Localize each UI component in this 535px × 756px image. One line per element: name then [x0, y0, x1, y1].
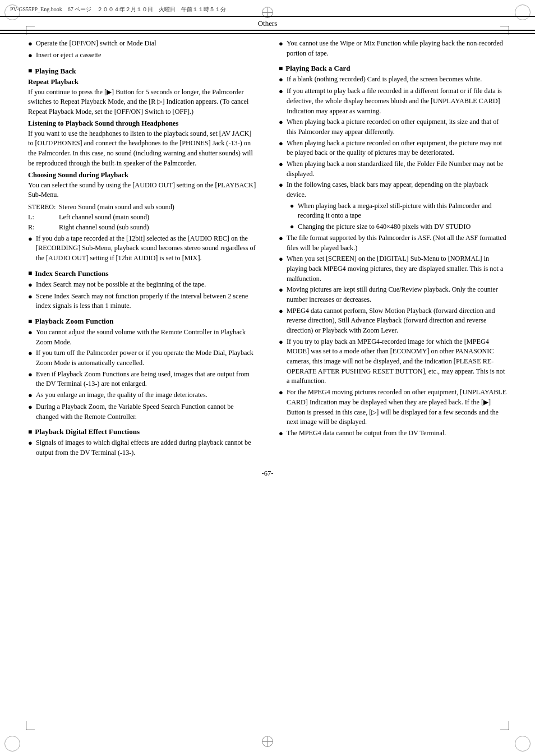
card-bullet-8: ● When you set [SCREEN] on the [DIGITAL]… — [279, 254, 507, 284]
page-number: -67- — [0, 469, 535, 478]
card-bullet-6: ● In the following cases, black bars may… — [279, 180, 507, 200]
card-bullet-4: ● When playing back a picture recorded o… — [279, 139, 507, 158]
index-search-bullet-2: ● Scene Index Search may not function pr… — [28, 292, 256, 311]
stereo-row-stereo: STEREO: Stereo Sound (main sound and sub… — [28, 202, 256, 212]
header-meta: PV-GS55PP_Eng.book 67 ページ ２００４年２月１０日 火曜日… — [0, 4, 535, 15]
intro-bullet-2: ● Insert or eject a cassette — [28, 50, 256, 61]
corner-inner-bl — [26, 721, 35, 730]
playback-zoom-bullet-2: ● If you turn off the Palmcorder power o… — [28, 348, 256, 368]
choosing-sound-body: You can select the sound by using the [A… — [28, 181, 256, 200]
stereo-row-r: R: Right channel sound (sub sound) — [28, 222, 256, 232]
playback-zoom-bullet-3: ● Even if Playback Zoom Functions are be… — [28, 370, 256, 389]
corner-inner-br — [500, 721, 509, 730]
intro-bullet-1: ● Operate the [OFF/ON] switch or Mode Di… — [28, 39, 256, 49]
section-playback-digital-heading: Playback Digital Effect Functions — [28, 427, 256, 436]
subheading-choosing-sound: Choosing Sound during Playback — [28, 171, 256, 179]
card-bullet-13: ● The MPEG4 data cannot be output from t… — [279, 428, 507, 439]
subheading-listening: Listening to Playback Sound through Head… — [28, 119, 256, 128]
stereo-row-l: L: Left channel sound (main sound) — [28, 212, 256, 222]
card-bullet-5: ● When playing back a non standardized f… — [279, 159, 507, 179]
card-sub-bullet-2: ● Changing the picture size to 640×480 p… — [290, 222, 507, 232]
12bit-bullet: ● If you dub a tape recorded at the [12b… — [28, 234, 256, 264]
page: PV-GS55PP_Eng.book 67 ページ ２００４年２月１０日 火曜日… — [0, 0, 535, 756]
listening-body: If you want to use the headphones to lis… — [28, 129, 256, 169]
center-mark-bottom — [262, 736, 273, 749]
playback-zoom-bullet-4: ● As you enlarge an image, the quality o… — [28, 390, 256, 401]
main-content: ● Operate the [OFF/ON] switch or Mode Di… — [0, 34, 535, 464]
card-bullet-9: ● Moving pictures are kept still during … — [279, 285, 507, 305]
card-bullet-11: ● If you try to play back an MPEG4-recor… — [279, 337, 507, 386]
wipe-mix-bullet: ● You cannot use the Wipe or Mix Functio… — [279, 39, 507, 58]
header: PV-GS55PP_Eng.book 67 ページ ２００４年２月１０日 火曜日… — [0, 0, 535, 34]
repeat-playback-body: If you continue to press the [▶] Button … — [28, 87, 256, 117]
subheading-repeat-playback: Repeat Playback — [28, 78, 256, 86]
card-bullet-10: ● MPEG4 data cannot perform, Slow Motion… — [279, 306, 507, 336]
playback-zoom-bullet-5: ● During a Playback Zoom, the Variable S… — [28, 402, 256, 422]
card-bullet-3: ● When playing back a picture recorded o… — [279, 117, 507, 137]
corner-mark-br — [515, 736, 531, 752]
left-column: ● Operate the [OFF/ON] switch or Mode Di… — [28, 39, 262, 459]
card-bullet-2: ● If you attempt to play back a file rec… — [279, 86, 507, 116]
section-playing-back-card-heading: Playing Back a Card — [279, 64, 507, 73]
playback-zoom-bullet-1: ● You cannot adjust the sound volume wit… — [28, 328, 256, 347]
section-index-search-heading: Index Search Functions — [28, 269, 256, 278]
card-bullet-7: ● The file format supported by this Palm… — [279, 233, 507, 253]
right-column: ● You cannot use the Wipe or Mix Functio… — [273, 39, 507, 459]
card-bullet-12: ● For the MPEG4 moving pictures recorded… — [279, 388, 507, 427]
corner-mark-bl — [4, 736, 20, 752]
stereo-table: STEREO: Stereo Sound (main sound and sub… — [28, 202, 256, 233]
card-bullet-1: ● If a blank (nothing recorded) Card is … — [279, 75, 507, 85]
section-playing-back-heading: Playing Back — [28, 67, 256, 76]
index-search-bullet-1: ● Index Search may not be possible at th… — [28, 280, 256, 291]
header-title: Others — [0, 16, 535, 31]
section-playback-zoom-heading: Playback Zoom Function — [28, 317, 256, 326]
card-sub-bullet-1: ● When playing back a mega-pixel still-p… — [290, 201, 507, 221]
playback-digital-bullet-1: ● Signals of images to which digital eff… — [28, 438, 256, 458]
